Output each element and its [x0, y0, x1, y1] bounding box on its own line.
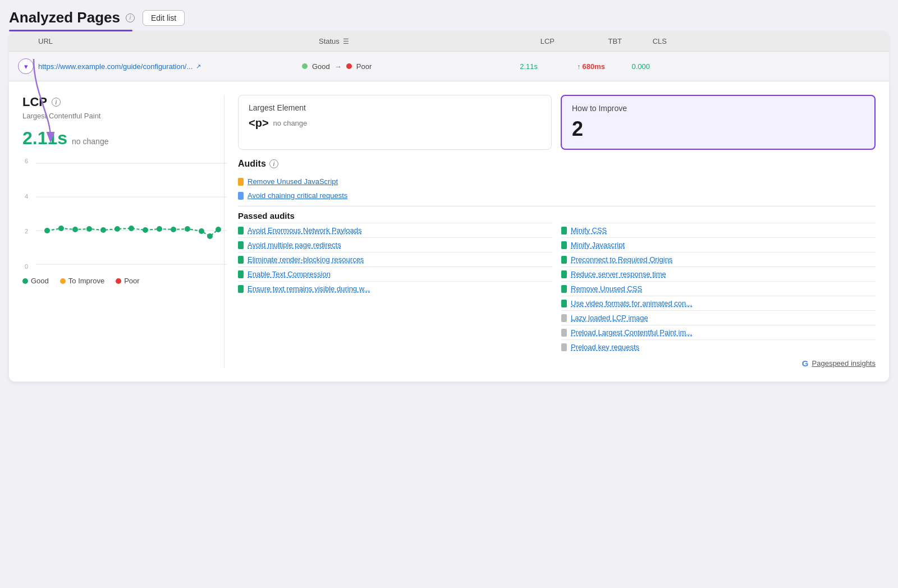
audit-label-text-visible[interactable]: Ensure text remains visible during w...	[248, 284, 370, 293]
largest-element-card: Largest Element <p> no change	[238, 95, 552, 150]
status-from-label: Good	[312, 62, 330, 71]
legend-improve-dot	[60, 278, 66, 284]
tbt-up-arrow-icon: ↑	[577, 62, 581, 71]
audit-render-blocking[interactable]: Eliminate render-blocking resources	[238, 252, 552, 267]
status-poor-dot	[346, 63, 352, 69]
lcp-chart: 6 4 2 0	[22, 158, 210, 270]
flag-green-10	[561, 285, 567, 293]
lcp-subtitle: Largest Contentful Paint	[22, 112, 210, 120]
edit-list-button[interactable]: Edit list	[143, 10, 185, 26]
status-good-dot	[302, 63, 308, 69]
row-status-cell: Good → Poor	[302, 62, 470, 71]
audit-multiple-redirects[interactable]: Avoid multiple page redirects	[238, 237, 552, 252]
chart-y-label-6: 6	[25, 158, 28, 164]
audit-label-lazy-lcp[interactable]: Lazy loaded LCP image	[571, 314, 648, 322]
chart-dot-2	[58, 226, 64, 231]
chart-y-label-2: 2	[25, 228, 28, 235]
audit-label-unused-css[interactable]: Remove Unused CSS	[571, 284, 642, 293]
detail-section: LCP i Largest Contentful Paint 2.11s no …	[9, 81, 889, 382]
row-url-cell[interactable]: https://www.example.com/guide/configurat…	[38, 62, 302, 71]
lcp-panel: LCP i Largest Contentful Paint 2.11s no …	[22, 95, 224, 368]
flag-green-2	[238, 241, 244, 249]
pagespeed-label[interactable]: Pagespeed insights	[812, 359, 876, 368]
audit-label-text-compression[interactable]: Enable Text Compression	[248, 270, 331, 278]
flag-orange-icon	[238, 178, 244, 186]
status-arrow-icon: →	[335, 62, 342, 71]
col-header-lcp: LCP	[487, 37, 555, 45]
element-card-value: <p> no change	[249, 117, 541, 130]
status-to-label: Poor	[356, 62, 372, 71]
audit-avoid-chaining[interactable]: Avoid chaining critical requests	[238, 189, 557, 203]
element-cards: Largest Element <p> no change How to Imp…	[238, 95, 876, 150]
passed-col-left: Avoid Enormous Network Payloads Avoid mu…	[238, 223, 552, 354]
passed-col-right: Minify CSS Minify Javascript Preconnect …	[561, 223, 876, 354]
external-link-icon[interactable]: ↗	[196, 63, 201, 70]
flag-gray-2	[561, 329, 567, 337]
status-filter-icon[interactable]: ☰	[343, 38, 349, 45]
audit-col-right-top	[557, 174, 876, 203]
chart-dot-12	[199, 228, 204, 234]
flag-green-11	[561, 300, 567, 307]
audit-server-response[interactable]: Reduce server response time	[561, 267, 876, 281]
audit-preconnect[interactable]: Preconnect to Required Origins	[561, 252, 876, 267]
row-expand-chevron[interactable]: ▾	[18, 58, 34, 74]
google-g-logo: G	[802, 359, 809, 368]
col-header-status: Status ☰	[319, 37, 487, 45]
chart-y-label-0: 0	[25, 263, 28, 270]
audit-minify-js[interactable]: Minify Javascript	[561, 237, 876, 252]
lcp-value: 2.11s no change	[22, 128, 210, 149]
audit-label-minify-js[interactable]: Minify Javascript	[571, 241, 625, 249]
audit-label-render-blocking[interactable]: Eliminate render-blocking resources	[248, 255, 364, 264]
legend-good-dot	[22, 278, 28, 284]
legend-poor: Poor	[116, 277, 139, 285]
row-tbt-value: ↑ 680ms	[538, 62, 605, 71]
chart-dot-7	[129, 226, 134, 231]
audit-label-preconnect[interactable]: Preconnect to Required Origins	[571, 255, 672, 264]
chart-dot-9	[157, 226, 162, 232]
chart-y-labels: 6 4 2 0	[22, 158, 30, 270]
audit-unused-css[interactable]: Remove Unused CSS	[561, 281, 876, 296]
lcp-info-icon[interactable]: i	[52, 98, 61, 107]
row-cls-value: 0.000	[605, 62, 650, 71]
col-header-cls: CLS	[622, 37, 667, 45]
audit-preload-lcp[interactable]: Preload Largest Contentful Paint im...	[561, 325, 876, 339]
audit-text-visible[interactable]: Ensure text remains visible during w...	[238, 281, 552, 296]
row-lcp-value: 2.11s	[470, 62, 538, 71]
audit-minify-css[interactable]: Minify CSS	[561, 223, 876, 237]
chart-dot-8	[143, 227, 148, 233]
legend-good: Good	[22, 277, 49, 285]
chart-dot-4	[86, 226, 92, 232]
audit-label-preload-lcp[interactable]: Preload Largest Contentful Paint im...	[571, 328, 692, 337]
header-info-icon[interactable]: i	[126, 13, 135, 22]
audit-label-avoid-chaining[interactable]: Avoid chaining critical requests	[248, 191, 347, 200]
legend-improve: To Improve	[60, 277, 104, 285]
audit-enormous-payloads[interactable]: Avoid Enormous Network Payloads	[238, 223, 552, 237]
chart-dot-11	[185, 226, 190, 232]
flag-gray-3	[561, 343, 567, 351]
chart-legend: Good To Improve Poor	[22, 277, 210, 285]
audits-section: Audits i Remove Unused JavaScript Avoid …	[238, 159, 876, 368]
pagespeed-footer: G Pagespeed insights	[238, 359, 876, 368]
audit-label-remove-unused-js[interactable]: Remove Unused JavaScript	[248, 177, 338, 186]
audits-divider	[238, 206, 876, 206]
audits-info-icon[interactable]: i	[269, 159, 278, 168]
audit-video-formats[interactable]: Use video formats for animated con...	[561, 296, 876, 310]
audit-text-compression[interactable]: Enable Text Compression	[238, 267, 552, 281]
audit-lazy-lcp[interactable]: Lazy loaded LCP image	[561, 310, 876, 325]
page-wrapper: Analyzed Pages i Edit list URL Status ☰ …	[0, 0, 898, 391]
how-to-count: 2	[572, 117, 864, 141]
flag-green-8	[561, 256, 567, 264]
audit-label-server-response[interactable]: Reduce server response time	[571, 270, 666, 278]
audit-label-multiple-redirects[interactable]: Avoid multiple page redirects	[248, 241, 341, 249]
chart-dot-14	[216, 227, 221, 232]
chart-svg	[36, 158, 227, 270]
audit-preload-key[interactable]: Preload key requests	[561, 339, 876, 354]
audit-label-preload-key[interactable]: Preload key requests	[571, 343, 639, 351]
flag-green-4	[238, 270, 244, 278]
how-to-improve-card: How to Improve 2	[561, 95, 876, 150]
audit-label-minify-css[interactable]: Minify CSS	[571, 226, 607, 235]
audit-label-enormous-payloads[interactable]: Avoid Enormous Network Payloads	[248, 226, 362, 235]
flag-green-3	[238, 256, 244, 264]
audit-label-video-formats[interactable]: Use video formats for animated con...	[571, 299, 692, 307]
audit-remove-unused-js[interactable]: Remove Unused JavaScript	[238, 174, 557, 189]
